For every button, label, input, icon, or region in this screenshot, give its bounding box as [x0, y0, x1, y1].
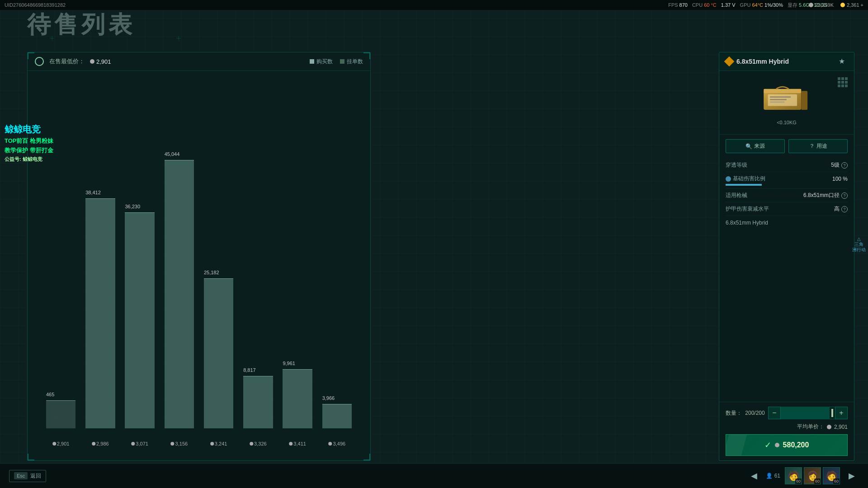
buy-button[interactable]: ✓ 580,200 [726, 434, 848, 456]
use-button[interactable]: ？ 用途 [788, 139, 848, 153]
bar-1[interactable]: 38,412 [85, 198, 115, 428]
avg-price-coin [827, 425, 831, 429]
gold-amount: 2,361 + [847, 2, 863, 8]
item-weight: <0.10KG [777, 120, 797, 125]
item-grid-icon [838, 77, 848, 87]
search-icon: 🔍 [745, 143, 752, 150]
ammo-box-svg [760, 81, 814, 115]
triangle-decoration: △三角洲行动 [850, 232, 868, 257]
avg-price-row: 平均单价： 2,901 [726, 423, 848, 431]
gpu-temp: 64°C [752, 2, 763, 8]
bar-price-label-4: 3,241 [210, 441, 227, 446]
source-button[interactable]: 🔍 来源 [726, 139, 785, 153]
nav-right-icon[interactable]: ▶ [844, 469, 859, 483]
avatar-badge-1: 60 [795, 479, 802, 484]
avg-price-label: 平均单价： [797, 423, 824, 431]
svg-rect-6 [801, 91, 807, 110]
legend-sell-label: 挂单数 [347, 58, 363, 66]
chart-options: 购买数 挂单数 [310, 58, 363, 66]
bar-top-label-1: 38,412 [85, 190, 101, 195]
bar-6[interactable]: 9,961 [283, 369, 312, 428]
bar-0[interactable]: 465 [46, 400, 75, 428]
damage-progress-fill [726, 184, 762, 186]
action-buttons: 🔍 来源 ？ 用途 [726, 139, 848, 153]
legend-buy: 购买数 [310, 58, 333, 66]
gpu-stat: GPU 64°C 1%/30% [740, 2, 783, 9]
penetration-label: 穿透等级 [726, 161, 747, 169]
refresh-icon[interactable] [35, 57, 44, 66]
bottom-right: ◀ 👤 61 🧑 60 👩 60 🧑 60 ▶ [747, 467, 859, 484]
bar-price-label-7: 3,496 [329, 441, 346, 446]
cross-marker-2: + [176, 34, 181, 43]
svg-rect-4 [770, 99, 787, 100]
avatar-group: 🧑 60 👩 60 🧑 60 [785, 467, 840, 484]
streamer-watermark: 鲸鲸电竞 TOP前百 枪男粉妹 教学保护 带肝打金 公益号: 鲸鲸电竞 [5, 122, 53, 163]
bar-top-label-0: 465 [46, 392, 54, 397]
watermark-brand: 鲸鲸电竞 [5, 122, 53, 136]
bar-4[interactable]: 25,182 [204, 278, 233, 428]
penetration-help[interactable]: ? [841, 162, 848, 169]
min-price-value: 2,901 [90, 58, 111, 65]
esc-key: Esc [14, 472, 28, 479]
quantity-plus-button[interactable]: + [835, 407, 848, 419]
armor-label: 护甲伤害衰减水平 [726, 205, 769, 213]
page-title: 待售列表 [27, 9, 136, 41]
armor-help[interactable]: ? [841, 206, 848, 212]
bar-price-label-6: 3,411 [289, 441, 306, 446]
min-price-label: 在售最低价： [49, 57, 85, 66]
bar-group-4: 25,1823,241 [199, 80, 238, 428]
avatar-3[interactable]: 🧑 60 [823, 467, 840, 484]
quantity-label: 数量： [726, 409, 742, 417]
item-image [760, 80, 814, 116]
gold-coin-icon [840, 3, 845, 7]
legend-buy-label: 购买数 [316, 58, 333, 66]
quantity-slider-fill [781, 407, 830, 419]
bar-group-5: 8,8173,326 [238, 80, 278, 428]
item-stats-section: 🔍 来源 ？ 用途 穿透等级 5级 ? 基础伤害比例 [719, 135, 854, 402]
bar-group-6: 9,9613,411 [278, 80, 317, 428]
bar-5[interactable]: 8,817 [243, 376, 273, 428]
gun-row: 适用枪械 6.8x51mm口径 ? [726, 189, 848, 202]
back-button[interactable]: Esc 返回 [9, 470, 46, 482]
cpu-temp: 60 °C [704, 2, 717, 8]
item-type-icon [724, 56, 735, 67]
quantity-slider-thumb [831, 409, 833, 417]
item-description: 6.8x51mm Hybrid [726, 216, 848, 230]
chart-header: 在售最低价： 2,901 购买数 挂单数 [28, 52, 370, 71]
buy-checkmark: ✓ [764, 440, 771, 450]
buy-coin-icon [775, 443, 779, 447]
bar-price-label-2: 3,071 [131, 441, 148, 446]
penetration-value: 5级 ? [831, 161, 848, 169]
svg-rect-1 [764, 89, 801, 93]
quantity-row: 数量： 200/200 − + [726, 407, 848, 419]
quantity-minus-button[interactable]: − [768, 407, 781, 419]
item-title: 6.8x51mm Hybrid [736, 58, 789, 65]
bar-group-3: 45,0443,156 [160, 80, 199, 428]
use-label: 用途 [816, 142, 827, 150]
silver-coin-icon [809, 3, 813, 7]
uid-display: UID2760648669818391282 [5, 2, 66, 8]
nav-left-icon[interactable]: ◀ [747, 469, 761, 483]
gun-help[interactable]: ? [841, 192, 848, 199]
avatar-1[interactable]: 🧑 60 [785, 467, 802, 484]
chart-panel: 在售最低价： 2,901 购买数 挂单数 4652,90138,4122,986… [27, 52, 371, 461]
bar-2[interactable]: 36,230 [125, 212, 154, 428]
bar-price-label-5: 3,326 [250, 441, 267, 446]
gun-value: 6.8x51mm口径 ? [803, 192, 848, 199]
quantity-controls: − + [768, 407, 848, 419]
bar-price-label-1: 2,986 [92, 441, 109, 446]
bar-group-7: 3,9663,496 [317, 80, 357, 428]
bar-group-2: 36,2303,071 [120, 80, 160, 428]
favorite-button[interactable]: ★ [839, 57, 848, 66]
bar-top-label-7: 3,966 [322, 395, 335, 401]
silver-amount: 23,259K [815, 2, 834, 8]
cpu-stat: CPU 60 °C [692, 2, 717, 9]
quantity-slider[interactable] [781, 407, 835, 419]
voltage-value: 1.37 V [721, 2, 736, 8]
bar-3[interactable]: 45,044 [165, 160, 194, 428]
price-number: 2,901 [96, 58, 111, 65]
watermark-line2: 教学保护 带肝打金 [5, 146, 53, 155]
avatar-2[interactable]: 👩 60 [804, 467, 821, 484]
top-bar: UID2760648669818391282 FPS 870 CPU 60 °C… [0, 0, 868, 10]
bar-7[interactable]: 3,966 [322, 404, 352, 428]
